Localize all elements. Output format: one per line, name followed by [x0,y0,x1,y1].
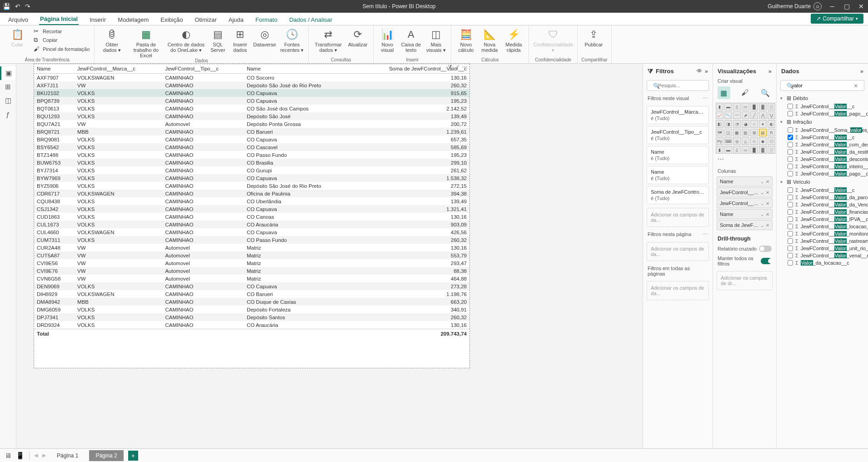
visual-type-icon[interactable]: ⋁ [768,111,775,119]
data-field[interactable]: ΣJewFControl__Valor_venal__c [779,252,865,259]
more-icon[interactable]: ⋯ [703,95,708,101]
get-data-button[interactable]: 🛢Obter dados ▾ [98,26,125,53]
data-field[interactable]: ΣJewFControl__Valor_pago__c [779,170,865,177]
visual-type-icon[interactable]: ░ [768,146,775,154]
data-field[interactable]: ΣJewFControl__Valor_da_Venda__c [779,201,865,208]
column-header[interactable]: Name [244,64,354,74]
visual-type-icon[interactable]: ⬡ [768,137,775,145]
visual-type-icon[interactable]: ▥ [742,129,749,136]
visual-type-icon[interactable]: ◧ [716,120,723,128]
field-checkbox[interactable] [788,171,793,176]
tab-pagina-inicial[interactable]: Página Inicial [39,14,79,25]
onelake-button[interactable]: ◐Centro de dados do OneLake ▾ [166,26,205,53]
filter-card[interactable]: Nameé (Tudo) [647,166,709,184]
dax-view-icon[interactable]: ƒ [0,107,16,121]
sensitivity-button[interactable]: 🛡Confidencialidade ▾ [533,26,574,53]
visual-type-icon[interactable]: 🗺 [716,129,723,136]
data-field[interactable]: ΣJewFControl__Valor_inteiro__c [779,163,865,170]
visual-type-icon[interactable]: ◎ [733,137,741,145]
visual-type-icon[interactable]: ▬ [724,103,732,110]
field-well[interactable]: JewFControl__Tipo__c⌄✕ [717,198,773,208]
save-icon[interactable]: 💾 [3,3,10,10]
textbox-button[interactable]: ACaixa de texto [399,26,423,53]
column-header[interactable]: JewFControl__Tipo__c [162,64,244,74]
visual-type-icon[interactable]: ╱ [750,111,758,119]
data-field[interactable]: ΣJewFControl__Valor_desconto__c [779,156,865,163]
visual-type-icon[interactable]: ◐ [768,120,775,128]
field-checkbox[interactable] [788,127,793,133]
visual-type-icon[interactable]: Py [716,137,723,145]
maximize-button[interactable]: ▢ [843,3,851,10]
tab-ajuda[interactable]: Ajuda [228,15,244,25]
table-visual[interactable]: ⧩ ⤢ ⋯ NameJewFControl__Marca__cJewFContr… [34,64,470,368]
cross-report-toggle[interactable] [759,246,772,252]
data-field[interactable]: ΣJewFControl__Valor_IPVA__c [779,216,865,223]
visual-type-icon[interactable]: ▤ [759,129,767,136]
field-checkbox[interactable] [788,202,793,207]
new-calc-button[interactable]: 🧮Novo cálculo [455,26,477,53]
format-painter-button[interactable]: 🖌Pincel de formatação [33,45,90,53]
visual-type-icon[interactable]: ▮ [716,103,723,110]
field-checkbox[interactable] [788,195,793,200]
enter-data-button[interactable]: ⊞Inserir dados [230,26,250,53]
more-visuals-icon[interactable]: ⋯ [713,154,776,165]
analytics-tab-icon[interactable]: 🔍 [759,86,772,99]
copy-button[interactable]: ⧉Copiar [33,36,90,44]
field-checkbox[interactable] [788,156,793,162]
add-filter-placeholder[interactable]: Adicionar os campos de da... [647,208,709,227]
prev-page-icon[interactable]: ◀ [34,452,38,458]
visual-type-icon[interactable]: ▓ [759,146,767,154]
data-field[interactable]: ΣJewFControl__Valor_unit_rio__c [779,245,865,252]
visual-type-icon[interactable]: ▬ [724,146,732,154]
recent-sources-button[interactable]: 🕓Fontes recentes ▾ [279,26,304,53]
paste-button[interactable]: 📋 Colar [4,26,31,47]
page-tab-1[interactable]: Página 1 [50,450,85,461]
share-button[interactable]: ↗ Compartilhar ▾ [811,14,863,24]
tab-exibicao[interactable]: Exibição [160,15,184,25]
field-checkbox[interactable] [788,231,793,236]
visual-type-icon[interactable]: ⬈ [742,111,749,119]
minimize-button[interactable]: ─ [828,3,836,10]
field-checkbox[interactable] [788,238,793,244]
field-checkbox[interactable] [788,216,793,222]
data-table-group[interactable]: ▾⊞Veículo [779,177,865,186]
visual-type-icon[interactable]: ● [759,120,767,128]
collapse-icon[interactable]: » [768,68,772,75]
field-checkbox[interactable] [788,187,793,193]
data-field[interactable]: ΣJewFControl__Valor_da_restituicao__... [779,148,865,156]
data-field[interactable]: ΣJewFControl__Soma_valores__c [779,126,865,134]
refresh-button[interactable]: ⟳Atualizar [346,26,369,47]
data-field[interactable]: ΣJewFControl__Valor__c [779,186,865,194]
tab-otimizar[interactable]: Otimizar [194,15,217,25]
visual-type-icon[interactable]: ◆ [759,137,767,145]
dataverse-button[interactable]: ◎Dataverse [252,26,277,47]
next-page-icon[interactable]: ▶ [42,452,46,458]
field-checkbox[interactable] [788,209,793,215]
data-field[interactable]: ΣJewFControl__Valor__c [779,134,865,141]
column-header[interactable]: Name [34,64,75,74]
more-icon[interactable]: ⋯ [703,231,708,237]
cut-button[interactable]: ✂Recortar [33,27,90,35]
field-well[interactable]: JewFControl__Marca__c⌄✕ [717,187,773,197]
data-field[interactable]: ΣJewFControl__Valor_da_parcela_fina... [779,194,865,201]
field-checkbox[interactable] [788,260,793,266]
visual-type-icon[interactable]: ⋀ [759,111,767,119]
data-field[interactable]: ΣJewFControl__Valor_pago__c [779,110,865,117]
field-checkbox[interactable] [788,164,793,169]
field-checkbox[interactable] [788,142,793,147]
filter-card[interactable]: JewFControl__Marca__cé (Tudo) [647,106,709,124]
new-measure-button[interactable]: 📐Nova medida [479,26,500,53]
visual-type-icon[interactable]: ░ [768,103,775,110]
desktop-layout-icon[interactable]: 🖥 [5,452,11,459]
field-checkbox[interactable] [788,224,793,229]
undo-icon[interactable]: ↶ [15,3,20,10]
data-table-group[interactable]: ▾⊞Débito [779,94,865,103]
tab-dados-analisar[interactable]: Dados / Analisar [288,15,333,25]
data-field[interactable]: ΣJewFControl__Valor_monitorament... [779,230,865,237]
eye-icon[interactable]: 👁 [697,68,702,74]
visual-type-icon[interactable]: ◫ [724,129,732,136]
data-field[interactable]: ΣJewFControl__Valor_rastreamento__... [779,237,865,245]
visual-type-icon[interactable]: ▭ [742,146,749,154]
visual-type-icon[interactable]: ◔ [733,120,741,128]
collapse-icon[interactable]: » [705,68,708,75]
